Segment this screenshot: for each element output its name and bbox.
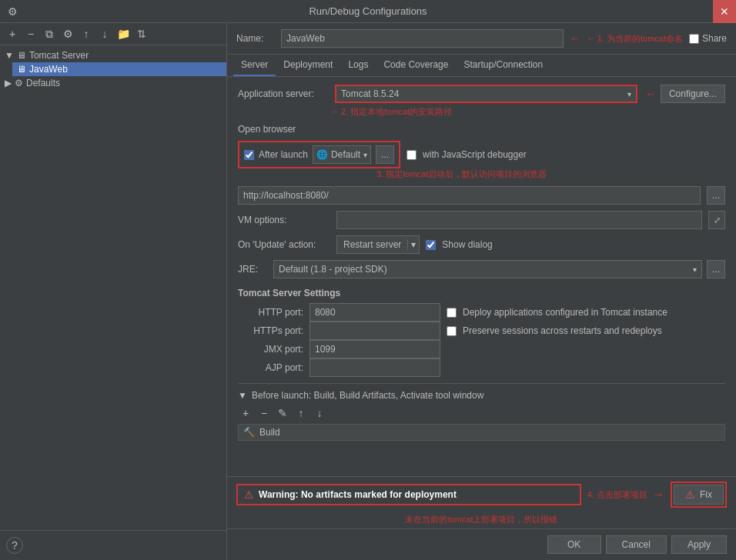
tab-deployment[interactable]: Deployment <box>276 55 340 76</box>
name-input[interactable] <box>281 29 564 48</box>
ajp-port-input[interactable] <box>309 358 440 377</box>
url-input[interactable] <box>238 186 701 205</box>
on-update-row: On 'Update' action: Restart server ▾ Sho… <box>238 235 725 254</box>
open-browser-section: Open browser After launch 🌐 Default ▾ ..… <box>238 124 725 180</box>
dropdown-arrow-icon: ▾ <box>627 90 631 98</box>
js-debugger-checkbox[interactable] <box>406 150 417 160</box>
app-server-select[interactable]: Tomcat 8.5.24 ▾ <box>335 85 637 103</box>
url-row: ... <box>238 186 725 205</box>
tab-server[interactable]: Server <box>233 55 276 76</box>
https-port-row: HTTPs port: Preserve sessions across res… <box>238 322 725 340</box>
fix-icon: ⚠ <box>685 488 695 501</box>
action-buttons: OK Cancel Apply <box>227 528 736 560</box>
after-launch-label: After launch <box>259 149 308 160</box>
warning-section: ⚠ Warning: No artifacts marked for deplo… <box>227 476 736 528</box>
js-debugger-label: with JavaScript debugger <box>423 149 527 160</box>
warning-strong: Warning: No artifacts marked for deploym… <box>259 489 457 500</box>
expand-icon: ▼ <box>5 50 14 61</box>
before-launch-section: ▼ Before launch: Build, Build Artifacts,… <box>238 383 725 441</box>
close-button[interactable]: ✕ <box>713 0 736 23</box>
left-toolbar: + − ⧉ ⚙ ↑ ↓ 📁 ⇅ <box>0 23 226 45</box>
tree-item-defaults-label: Defaults <box>26 78 60 88</box>
preserve-checkbox[interactable] <box>447 326 457 336</box>
server-icon: 🖥 <box>17 50 26 61</box>
jmx-port-label: JMX port: <box>238 344 303 355</box>
restart-value: Restart server <box>337 239 407 250</box>
cancel-button[interactable]: Cancel <box>606 535 667 554</box>
tree-item-defaults[interactable]: ▶ ⚙ Defaults <box>0 76 226 90</box>
remove-button[interactable]: − <box>23 26 38 42</box>
apply-button[interactable]: Apply <box>671 535 727 554</box>
sort-button[interactable]: ⇅ <box>134 26 149 42</box>
vm-options-row: VM options: ⤢ <box>238 211 725 229</box>
before-edit-button[interactable]: ✎ <box>275 405 290 421</box>
jre-arrow-icon: ▾ <box>693 265 697 274</box>
before-add-button[interactable]: + <box>238 405 253 421</box>
jre-value: Default (1.8 - project SDK) <box>279 264 693 275</box>
fix-label: Fix <box>700 489 712 500</box>
deploy-checkbox[interactable] <box>447 308 457 318</box>
build-icon: 🔨 <box>243 427 255 438</box>
before-up-button[interactable]: ↑ <box>293 405 309 421</box>
arrow-4-icon: → <box>652 488 664 502</box>
browser-select[interactable]: 🌐 Default ▾ <box>313 145 371 164</box>
add-button[interactable]: + <box>5 26 20 42</box>
tree-item-tomcat-server[interactable]: ▼ 🖥 Tomcat Server <box>0 48 226 62</box>
tab-logs[interactable]: Logs <box>340 55 376 76</box>
name-row: Name: ← ← 1. 为当前的tomcat命名 Share <box>227 23 736 55</box>
warning-box: ⚠ Warning: No artifacts marked for deplo… <box>236 484 581 505</box>
jmx-port-input[interactable] <box>309 340 440 358</box>
restart-server-select[interactable]: Restart server ▾ <box>336 235 420 254</box>
collapse-icon[interactable]: ▼ <box>238 390 247 401</box>
annotation-2-text: ← 2. 指定本地tomcat的安装路径 <box>330 106 452 118</box>
restart-arrow-icon: ▾ <box>407 239 419 250</box>
tree-container: ▼ 🖥 Tomcat Server 🖥 JavaWeb ▶ ⚙ Defaults <box>0 45 226 530</box>
configure-button[interactable]: Configure... <box>661 85 725 103</box>
fix-button[interactable]: ⚠ Fix <box>674 485 724 505</box>
https-port-input[interactable] <box>309 322 440 340</box>
before-down-button[interactable]: ↓ <box>312 405 327 421</box>
defaults-icon: ⚙ <box>15 78 23 88</box>
url-ellipsis-button[interactable]: ... <box>707 186 725 205</box>
ok-button[interactable]: OK <box>547 535 601 554</box>
settings-button[interactable]: ⚙ <box>60 26 75 42</box>
bottom-warning-text: 未在当前的tomcat上部署项目，所以报错 <box>227 512 736 528</box>
app-icon: ⚙ <box>8 5 18 18</box>
show-dialog-checkbox[interactable] <box>426 240 436 250</box>
share-checkbox[interactable] <box>689 34 699 44</box>
annotation-name: ← 1. 为当前的tomcat命名 <box>587 33 683 45</box>
before-remove-button[interactable]: − <box>256 405 272 421</box>
jre-ellipsis-button[interactable]: ... <box>707 260 725 278</box>
tomcat-settings-section: Tomcat Server Settings HTTP port: Deploy… <box>238 285 725 377</box>
vm-expand-button[interactable]: ⤢ <box>708 211 725 229</box>
browser-ellipsis-button[interactable]: ... <box>376 145 394 164</box>
browser-value: Default <box>331 149 360 160</box>
share-label: Share <box>702 33 727 44</box>
jmx-port-row: JMX port: <box>238 340 725 358</box>
up-button[interactable]: ↑ <box>79 26 94 42</box>
browser-arrow-icon: ▾ <box>363 151 367 159</box>
after-launch-checkbox[interactable] <box>244 150 254 160</box>
deploy-label: Deploy applications configured in Tomcat… <box>463 307 667 318</box>
jre-row: JRE: Default (1.8 - project SDK) ▾ ... <box>238 260 725 278</box>
tab-coverage[interactable]: Code Coverage <box>376 55 456 76</box>
title-bar: ⚙ Run/Debug Configurations ✕ <box>0 0 736 23</box>
jre-select[interactable]: Default (1.8 - project SDK) ▾ <box>273 260 702 278</box>
content-area: Application server: Tomcat 8.5.24 ▾ ← Co… <box>227 77 736 476</box>
copy-button[interactable]: ⧉ <box>42 26 57 42</box>
left-bottom: ? <box>0 530 226 560</box>
tree-item-javaweb[interactable]: 🖥 JavaWeb <box>12 62 226 76</box>
http-port-input[interactable] <box>309 303 440 322</box>
tab-startup[interactable]: Startup/Connection <box>456 55 550 76</box>
app-server-row: Application server: Tomcat 8.5.24 ▾ ← Co… <box>238 85 725 103</box>
app-server-value: Tomcat 8.5.24 <box>341 88 627 99</box>
show-dialog-label: Show dialog <box>442 239 492 250</box>
jre-label: JRE: <box>238 264 269 275</box>
app-server-label: Application server: <box>238 88 330 99</box>
folder-button[interactable]: 📁 <box>115 26 131 42</box>
on-update-label: On 'Update' action: <box>238 239 330 250</box>
ajp-port-row: AJP port: <box>238 358 725 377</box>
help-button[interactable]: ? <box>6 537 23 554</box>
vm-options-input[interactable] <box>336 211 702 229</box>
down-button[interactable]: ↓ <box>97 26 112 42</box>
